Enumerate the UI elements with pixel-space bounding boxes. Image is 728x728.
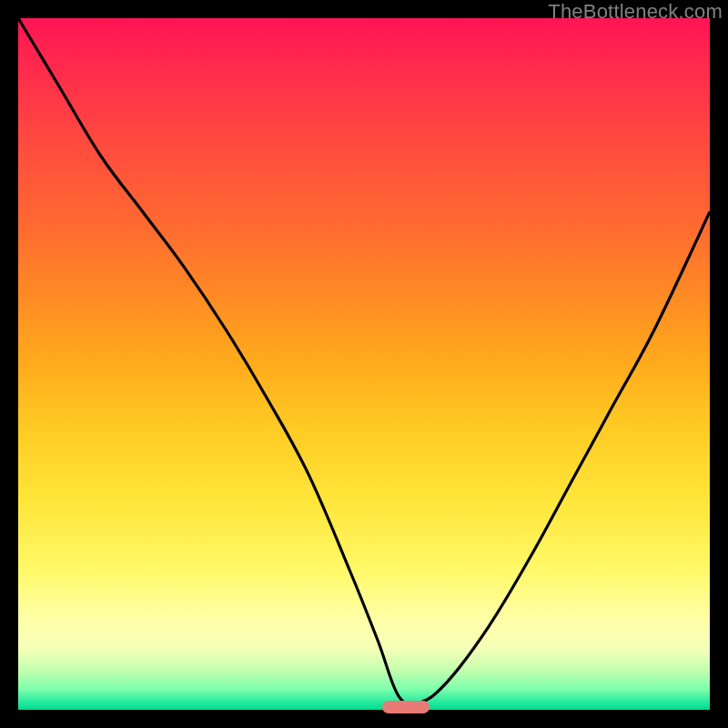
bottleneck-curve <box>18 18 710 710</box>
plot-area <box>18 18 710 710</box>
watermark-text: TheBottleneck.com <box>548 0 723 24</box>
curve-path <box>18 18 710 704</box>
chart-frame: TheBottleneck.com <box>0 0 728 728</box>
optimum-marker <box>382 701 430 713</box>
